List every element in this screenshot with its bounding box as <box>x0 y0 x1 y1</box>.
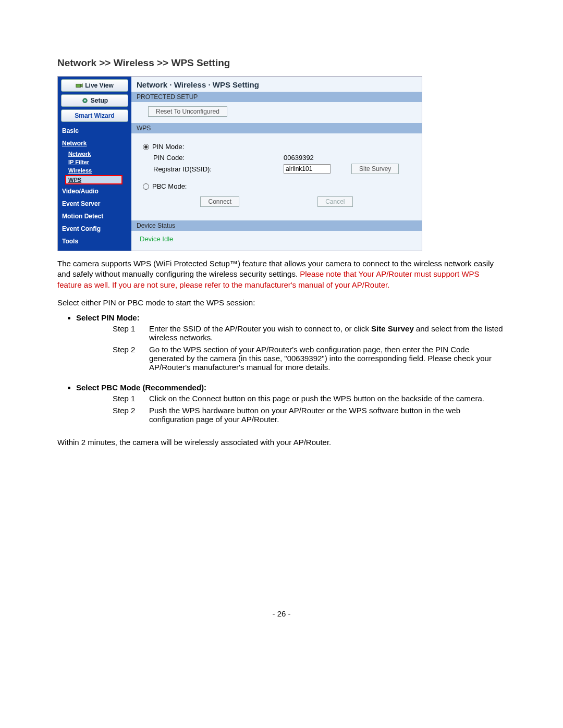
cancel-button[interactable]: Cancel <box>317 196 352 207</box>
pin-s1-a: Enter the SSID of the AP/Router you wish… <box>149 324 371 333</box>
nav-basic[interactable]: Basic <box>58 125 131 137</box>
bullet-pbc: Select PBC Mode (Recommended): Step 1 Cl… <box>76 383 506 424</box>
pbc-step2-label: Step 2 <box>113 406 149 424</box>
device-status-header: Device Status <box>131 220 422 231</box>
nav-video-audio[interactable]: Video/Audio <box>58 185 131 198</box>
live-view-button[interactable]: Live View <box>61 79 128 92</box>
pin-mode-title: Select PIN Mode: <box>76 313 140 322</box>
registrar-label: Registrar ID(SSID): <box>153 165 284 173</box>
connect-button[interactable]: Connect <box>200 196 239 207</box>
pbc-mode-title: Select PBC Mode (Recommended): <box>76 383 206 392</box>
pin-code-value: 00639392 <box>284 154 314 162</box>
pbc-mode-radio[interactable] <box>143 183 149 190</box>
nav-wps[interactable]: WPS <box>65 175 123 184</box>
pbc-mode-label: PBC Mode: <box>152 182 187 190</box>
pbc-step1-label: Step 1 <box>113 394 149 403</box>
camera-icon <box>76 82 83 89</box>
setup-button[interactable]: Setup <box>61 94 128 107</box>
wps-header: WPS <box>131 123 422 133</box>
doc-para-2: Select either PIN or PBC mode to start t… <box>57 298 506 308</box>
nav-event-config[interactable]: Event Config <box>58 223 131 235</box>
svg-rect-0 <box>76 84 81 87</box>
setup-label: Setup <box>91 97 108 104</box>
svg-point-3 <box>84 100 85 101</box>
gear-icon <box>81 97 89 104</box>
nav-network[interactable]: Network <box>58 137 131 150</box>
pin-step2-label: Step 2 <box>113 345 149 372</box>
nav-ip-filter[interactable]: IP Filter <box>58 158 131 166</box>
pin-mode-label: PIN Mode: <box>152 143 184 151</box>
svg-marker-1 <box>81 84 83 88</box>
content-panel: Network · Wireless · WPS Setting PROTECT… <box>131 77 422 251</box>
registrar-ssid-input[interactable] <box>284 164 331 174</box>
sidebar: Live View Setup Smart Wizard Basic Netwo… <box>58 77 131 251</box>
page-title: Network >> Wireless >> WPS Setting <box>57 57 506 69</box>
site-survey-button[interactable]: Site Survey <box>351 164 399 174</box>
pin-mode-radio[interactable] <box>143 144 149 150</box>
bullet-pin: Select PIN Mode: Step 1 Enter the SSID o… <box>76 313 506 372</box>
device-status-value: Device Idle <box>138 235 173 243</box>
doc-para-1: The camera supports WPS (WiFi Protected … <box>57 258 506 290</box>
pin-step1-text: Enter the SSID of the AP/Router you wish… <box>149 324 506 342</box>
nav-wireless[interactable]: Wireless <box>58 166 131 175</box>
smart-wizard-label: Smart Wizard <box>75 112 115 119</box>
pbc-step2-text: Push the WPS hardware button on your AP/… <box>149 406 506 424</box>
nav-motion-detect[interactable]: Motion Detect <box>58 210 131 223</box>
reset-unconfigured-button[interactable]: Reset To Unconfigured <box>148 106 227 117</box>
pin-code-label: PIN Code: <box>153 154 284 162</box>
nav-tools[interactable]: Tools <box>58 235 131 248</box>
page-number: - 26 - <box>57 609 506 618</box>
smart-wizard-button[interactable]: Smart Wizard <box>61 109 128 122</box>
app-screenshot: Live View Setup Smart Wizard Basic Netwo… <box>57 76 422 251</box>
pin-step1-label: Step 1 <box>113 324 149 342</box>
nav-network-sub[interactable]: Network <box>58 150 131 158</box>
pin-step2-text: Go to the WPS section of your AP/Router'… <box>149 345 506 372</box>
doc-para-3: Within 2 minutes, the camera will be wir… <box>57 437 506 448</box>
nav-event-server[interactable]: Event Server <box>58 198 131 210</box>
content-title: Network · Wireless · WPS Setting <box>131 77 422 92</box>
pin-s1-b: Site Survey <box>371 324 414 333</box>
pbc-step1-text: Click on the Connect button on this page… <box>149 394 506 403</box>
protected-setup-header: PROTECTED SETUP <box>131 92 422 102</box>
live-view-label: Live View <box>85 82 113 89</box>
